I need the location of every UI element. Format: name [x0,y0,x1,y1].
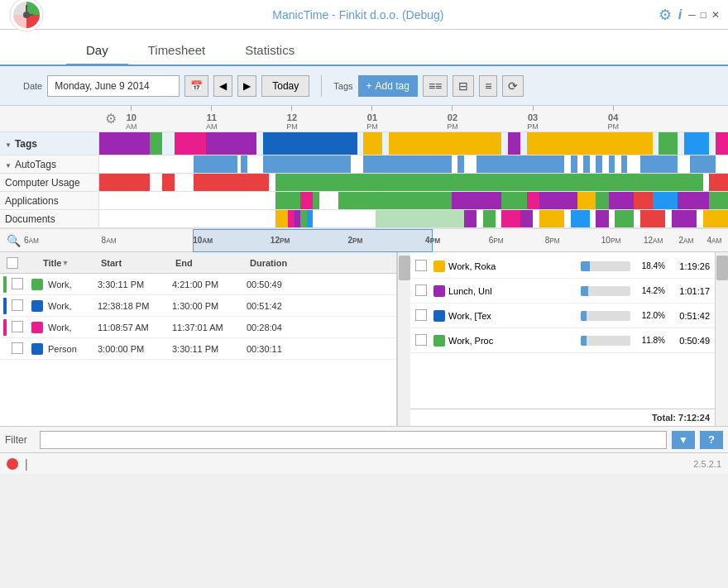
prev-date-button[interactable]: ◀ [213,75,232,97]
applications-track-title: Applications [5,195,59,207]
timeline-area: ⚙ 10AM 11AM 12PM 01PM [0,106,728,252]
stats-check-2 [415,284,430,298]
row-checkbox-3[interactable] [12,321,23,332]
stats-row[interactable]: Work, [Tex 12.0% 0:51:42 [410,304,715,328]
list-view-button[interactable]: ≡≡ [423,75,448,97]
tags-track-row: Tags [0,132,728,155]
gear-icon[interactable]: ⚙ [659,6,672,24]
stats-checkbox-1[interactable] [415,260,427,271]
row-bar [3,276,7,293]
close-button[interactable]: ✕ [711,9,720,21]
tab-timesheet[interactable]: Timesheet [128,36,225,66]
col-view-button[interactable]: ≡ [479,75,497,97]
documents-track-row: Documents [0,210,728,228]
row-bar [3,319,7,336]
row-checkbox-4[interactable] [12,342,23,354]
timeline-settings-icon[interactable]: ⚙ [99,106,122,132]
filter-chevron-button[interactable]: ▼ [672,431,695,449]
row-checkbox-1[interactable] [12,278,23,289]
stats-scrollbar[interactable] [715,252,728,426]
sort-arrow-icon: ▼ [61,259,69,267]
calendar-button[interactable]: 📅 [184,75,208,97]
stats-bar-container-3 [581,311,630,321]
filter-input[interactable] [40,431,667,449]
th-end[interactable]: End [172,258,247,268]
stats-time-4: 0:50:49 [668,336,710,346]
td-check-4 [8,342,28,356]
stats-bar-2 [581,286,588,296]
next-date-button[interactable]: ▶ [237,75,256,97]
stats-color-1 [433,261,445,272]
stats-label-1: Work, Roka [448,261,577,271]
today-button[interactable]: Today [261,75,309,97]
applications-label: Applications [0,192,99,209]
header-checkbox[interactable] [7,257,18,269]
tags-track-title: Tags [15,138,37,150]
stats-color-3 [433,310,445,322]
table-row[interactable]: Person 3:00:00 PM 3:30:11 PM 00:30:11 [0,338,396,360]
zoom-search-icon[interactable]: 🔍 [3,234,24,247]
stats-bar-container-1 [581,261,630,271]
stats-checkbox-4[interactable] [415,334,427,346]
add-tag-button[interactable]: + Add tag [358,75,418,97]
window-controls: ─ □ ✕ [688,9,720,21]
filter-help-button[interactable]: ? [700,431,723,449]
stats-row[interactable]: Work, Roka 18.4% 1:19:26 [410,254,715,279]
td-title-4: Person [45,344,94,354]
tags-track-content [99,132,728,155]
table-body: Work, 3:30:11 PM 4:21:00 PM 00:50:49 Wor… [0,274,396,426]
row-checkbox-2[interactable] [12,299,23,311]
stats-row[interactable]: Lunch, Unl 14.2% 1:01:17 [410,279,715,304]
tags-chevron[interactable] [5,138,12,150]
title-bar: ManicTime - Finkit d.o.o. (Debug) ⚙ i ─ … [0,0,728,30]
td-duration-1: 00:50:49 [243,280,309,289]
tab-day[interactable]: Day [66,36,128,66]
stats-panel: Work, Roka 18.4% 1:19:26 Lunch, Unl 14.2… [410,252,715,426]
minimize-button[interactable]: ─ [688,9,696,21]
date-section: Date 📅 ◀ ▶ Today [23,75,309,97]
applications-track-row: Applications [0,192,728,210]
th-start[interactable]: Start [98,258,172,268]
zoom-label-4pm: 4PM [425,229,440,252]
autotags-chevron[interactable] [5,159,12,170]
tab-statistics[interactable]: Statistics [225,36,314,66]
time-tick-2pm: 02PM [447,106,458,131]
restore-button[interactable]: □ [701,9,706,21]
td-duration-3: 00:28:04 [243,323,309,332]
documents-track-title: Documents [5,213,55,225]
zoom-label-10pm: 10PM [601,229,621,252]
tags-label: Tags [0,132,99,155]
th-title[interactable]: Title ▼ [40,258,98,268]
stats-checkbox-3[interactable] [415,309,427,321]
info-icon[interactable]: i [678,7,682,22]
sync-button[interactable]: ⟳ [502,75,524,97]
td-end-4: 3:30:11 PM [169,344,243,354]
zoom-label-6am: 6AM [24,229,39,252]
date-input[interactable] [47,75,180,97]
stats-check-4 [415,334,430,347]
stats-scroll-thumb[interactable] [716,256,728,280]
stats-label-4: Work, Proc [448,336,577,346]
scroll-thumb[interactable] [399,256,410,280]
zoom-label-4am: 4AM [706,229,721,252]
stats-row[interactable]: Work, Proc 11.8% 0:50:49 [410,328,715,353]
table-row[interactable]: Work, 3:30:11 PM 4:21:00 PM 00:50:49 [0,274,396,295]
autotags-track-content [99,155,728,173]
stats-time-2: 1:01:17 [668,286,710,296]
table-scrollbar[interactable] [397,252,410,426]
stats-bar-1 [581,261,590,271]
td-start-4: 3:00:00 PM [94,344,169,354]
grid-view-button[interactable]: ⊟ [453,75,474,97]
zoom-label-12am: 12AM [644,229,663,252]
th-duration[interactable]: Duration [247,258,313,268]
table-row[interactable]: Work, 11:08:57 AM 11:37:01 AM 00:28:04 [0,317,396,338]
table-row[interactable]: Work, 12:38:18 PM 1:30:00 PM 00:51:42 [0,295,396,317]
toolbar: Date 📅 ◀ ▶ Today Tags + Add tag ≡≡ ⊟ ≡ ⟳ [0,66,728,106]
computer-label: Computer Usage [0,174,99,191]
title-bar-controls: ⚙ i ─ □ ✕ [659,6,720,24]
td-check-1 [8,278,28,291]
status-version: 2.5.2.1 [693,459,721,469]
tags-section: Tags + Add tag ≡≡ ⊟ ≡ ⟳ [333,75,524,97]
td-icon-3 [28,322,45,333]
stats-checkbox-2[interactable] [415,284,427,296]
